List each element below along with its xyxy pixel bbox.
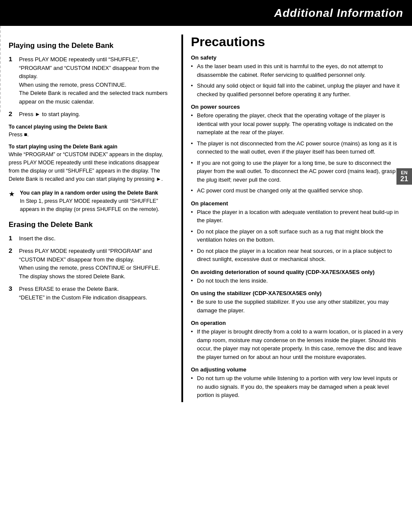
list-item: If you are not going to use the player f… xyxy=(191,159,403,184)
erase-step-2-number: 2 xyxy=(9,247,16,280)
section-safety-bullets: As the laser beam used in this unit is h… xyxy=(191,62,403,98)
erase-step-3: 3 Press ERASE to erase the Delete Bank. … xyxy=(9,285,168,302)
step-1: 1 Press PLAY MODE repeatedly until “SHUF… xyxy=(9,55,168,106)
list-item: Do not touch the lens inside. xyxy=(191,277,403,285)
step-2: 2 Press ► to start playing. xyxy=(9,110,168,119)
page-content: Playing using the Delete Bank 1 Press PL… xyxy=(0,26,412,411)
list-item: The player is not disconnected from the … xyxy=(191,139,403,156)
tip-heading: You can play in a random order using the… xyxy=(20,190,158,196)
list-item: Be sure to use the supplied stabilizer. … xyxy=(191,298,403,315)
page-header: Additional Information xyxy=(0,0,412,26)
list-item: Place the player in a location with adeq… xyxy=(191,208,403,225)
section-placement-heading: On placement xyxy=(191,200,403,207)
erase-step-3-number: 3 xyxy=(9,285,16,302)
left-edge-decoration xyxy=(0,26,3,112)
section1-title: Playing using the Delete Bank xyxy=(9,41,168,50)
restart-text: While “PROGRAM” or “CUSTOM INDEX” appear… xyxy=(9,151,168,183)
left-column: Playing using the Delete Bank 1 Press PL… xyxy=(9,35,173,402)
section-stabilizer-heading: On using the stabilizer (CDP-XA7ES/XA5ES… xyxy=(191,290,403,296)
list-item: If the player is brought directly from a… xyxy=(191,327,403,361)
step-2-content: Press ► to start playing. xyxy=(19,110,80,119)
section-sound-bullets: Do not touch the lens inside. xyxy=(191,277,403,285)
erase-step-1-number: 1 xyxy=(9,234,16,243)
erase-step-1: 1 Insert the disc. xyxy=(9,234,168,243)
erase-step-1-content: Insert the disc. xyxy=(19,234,56,243)
section-power-bullets: Before operating the player, check that … xyxy=(191,111,403,195)
section-safety-heading: On safety xyxy=(191,54,403,61)
section2-title: Erasing the Delete Bank xyxy=(9,220,168,229)
list-item: Should any solid object or liquid fall i… xyxy=(191,82,403,98)
list-item: Do not place the player on a soft surfac… xyxy=(191,227,403,244)
section-volume-bullets: Do not turn up the volume while listenin… xyxy=(191,374,403,400)
right-column: Precautions On safety As the laser beam … xyxy=(181,35,403,402)
section-placement-bullets: Place the player in a location with adeq… xyxy=(191,208,403,264)
erase-step-3-content: Press ERASE to erase the Delete Bank. “D… xyxy=(19,285,147,302)
section-operation-heading: On operation xyxy=(191,320,403,326)
precautions-title: Precautions xyxy=(191,35,403,49)
erase-step-2-content: Press PLAY MODE repeatedly until “PROGRA… xyxy=(19,247,168,280)
section-volume-heading: On adjusting volume xyxy=(191,366,403,373)
list-item: Do not turn up the volume while listenin… xyxy=(191,374,403,400)
step-1-number: 1 xyxy=(9,55,16,106)
list-item: Do not place the player in a location ne… xyxy=(191,247,403,264)
erase-step-2: 2 Press PLAY MODE repeatedly until “PROG… xyxy=(9,247,168,280)
header-title: Additional Information xyxy=(274,6,403,20)
step-2-number: 2 xyxy=(9,110,16,119)
list-item: AC power cord must be changed only at th… xyxy=(191,186,403,195)
section-power-heading: On power sources xyxy=(191,104,403,110)
tip-content: You can play in a random order using the… xyxy=(20,189,168,213)
restart-heading: To start playing using the Delete Bank a… xyxy=(9,144,168,150)
cancel-text: Press ■. xyxy=(9,131,168,139)
tip-text: In Step 1, press PLAY MODE repeatedly un… xyxy=(20,198,159,212)
list-item: Before operating the player, check that … xyxy=(191,111,403,137)
step-1-content: Press PLAY MODE repeatedly until “SHUFFL… xyxy=(19,55,168,106)
cancel-heading: To cancel playing using the Delete Bank xyxy=(9,124,168,130)
section-stabilizer-bullets: Be sure to use the supplied stabilizer. … xyxy=(191,298,403,315)
list-item: As the laser beam used in this unit is h… xyxy=(191,62,403,79)
section-operation-bullets: If the player is brought directly from a… xyxy=(191,327,403,361)
tip-box: ★ You can play in a random order using t… xyxy=(9,189,168,213)
tip-icon: ★ xyxy=(9,189,17,213)
section-sound-heading: On avoiding deterioration of sound quali… xyxy=(191,269,403,275)
